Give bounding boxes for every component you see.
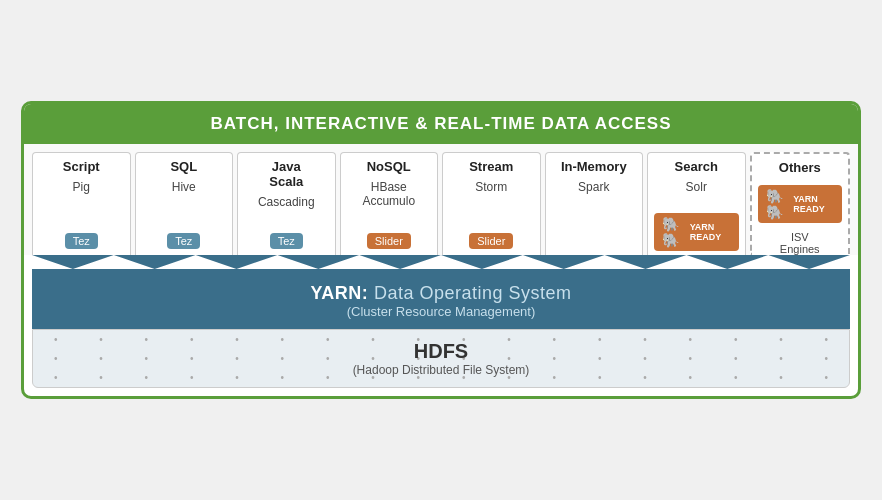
yarn-title-bold: YARN: — [311, 283, 369, 303]
col-search-body: Solr — [686, 180, 707, 203]
elephant-icon-others: 🐘🐘 — [766, 188, 790, 220]
col-nosql-title: NoSQL — [367, 159, 411, 174]
col-stream-body: Storm — [475, 180, 507, 227]
col-search-title: Search — [675, 159, 718, 174]
col-sql: SQL Hive Tez — [135, 152, 234, 255]
elephant-icon-search: 🐘🐘 — [662, 216, 686, 248]
col-sql-badge: Tez — [167, 233, 200, 249]
col-java-scala: JavaScala Cascading Tez — [237, 152, 336, 255]
columns-section: Script Pig Tez SQL Hive Tez JavaScala Ca… — [24, 144, 858, 255]
yarn-subtitle: (Cluster Resource Management) — [40, 304, 842, 319]
yarn-ready-search: 🐘🐘 YARN READY — [654, 213, 739, 251]
col-java-scala-title: JavaScala — [269, 159, 303, 189]
header-bar: BATCH, INTERACTIVE & REAL-TIME DATA ACCE… — [24, 104, 858, 144]
col-script-badge: Tez — [65, 233, 98, 249]
yarn-ready-label-others: YARN READY — [793, 194, 834, 214]
yarn-section: YARN: Data Operating System (Cluster Res… — [32, 269, 850, 329]
col-others-isv: ISVEngines — [780, 231, 820, 255]
main-container: BATCH, INTERACTIVE & REAL-TIME DATA ACCE… — [21, 101, 861, 399]
hdfs-title: HDFS — [353, 340, 530, 363]
col-script-title: Script — [63, 159, 100, 174]
hdfs-section: ••••••••••••••••••••••••••••••••••••••••… — [32, 329, 850, 388]
header-title: BATCH, INTERACTIVE & REAL-TIME DATA ACCE… — [210, 114, 671, 133]
hdfs-center: HDFS (Hadoop Distributed File System) — [353, 340, 530, 377]
yarn-ready-label-search: YARN READY — [690, 222, 731, 242]
col-stream: Stream Storm Slider — [442, 152, 541, 255]
col-script-body: Pig — [73, 180, 90, 227]
col-java-scala-badge: Tez — [270, 233, 303, 249]
col-in-memory-title: In-Memory — [561, 159, 627, 174]
hdfs-subtitle: (Hadoop Distributed File System) — [353, 363, 530, 377]
col-stream-title: Stream — [469, 159, 513, 174]
col-in-memory: In-Memory Spark — [545, 152, 644, 255]
col-script: Script Pig Tez — [32, 152, 131, 255]
jagged-separator — [32, 255, 850, 269]
col-nosql-badge: Slider — [367, 233, 411, 249]
col-others-title: Others — [779, 160, 821, 175]
col-nosql: NoSQL HBaseAccumulo Slider — [340, 152, 439, 255]
jagged-bar — [32, 255, 850, 269]
yarn-title-rest: Data Operating System — [368, 283, 571, 303]
col-in-memory-body: Spark — [578, 180, 609, 249]
yarn-title: YARN: Data Operating System — [40, 283, 842, 304]
col-java-scala-body: Cascading — [258, 195, 315, 227]
yarn-ready-others: 🐘🐘 YARN READY — [758, 185, 843, 223]
col-nosql-body: HBaseAccumulo — [362, 180, 415, 227]
col-sql-body: Hive — [172, 180, 196, 227]
col-stream-badge: Slider — [469, 233, 513, 249]
col-search: Search Solr 🐘🐘 YARN READY — [647, 152, 746, 255]
col-others: Others 🐘🐘 YARN READY ISVEngines — [750, 152, 851, 255]
col-sql-title: SQL — [170, 159, 197, 174]
